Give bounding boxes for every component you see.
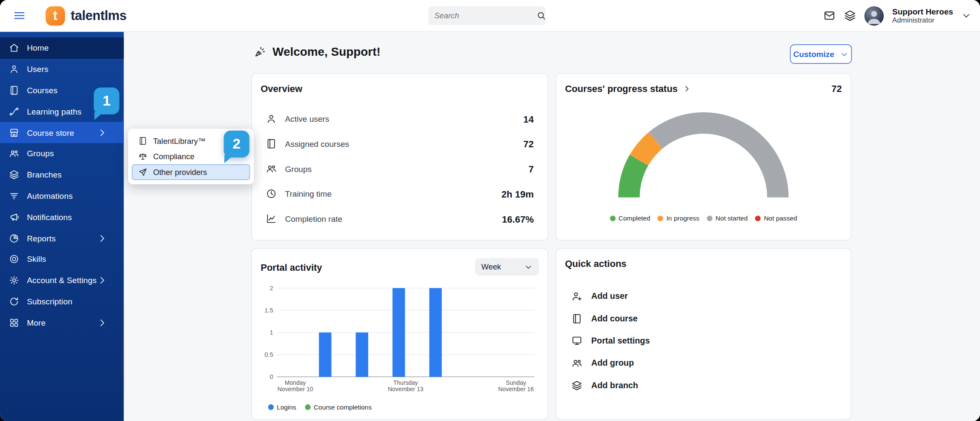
- automation-icon: [9, 191, 20, 201]
- user-icon: [9, 64, 20, 74]
- chevron-down-icon: [840, 50, 849, 59]
- logo-text: talentlms: [71, 8, 126, 23]
- quick-action-label: Add group: [591, 358, 634, 368]
- quick-actions-list: Add userAdd coursePortal settingsAdd gro…: [565, 285, 842, 396]
- progress-details-link[interactable]: [683, 84, 692, 93]
- portal-settings-action[interactable]: Portal settings: [565, 329, 842, 352]
- chevron-down-icon: [524, 263, 533, 271]
- book-icon: [571, 313, 582, 324]
- sidebar-item-label: Notifications: [27, 212, 115, 222]
- svg-text:November 13: November 13: [388, 386, 424, 392]
- add-user-action[interactable]: Add user: [565, 285, 842, 307]
- sidebar-item-label: Course store: [27, 128, 97, 137]
- stat-label: Groups: [285, 164, 312, 173]
- bar-logins-4: [429, 288, 441, 377]
- add-branch-action[interactable]: Add branch: [565, 374, 842, 396]
- period-dropdown[interactable]: Week: [475, 258, 539, 275]
- party-popper-icon: [254, 46, 266, 58]
- submenu-item-label: TalentLibrary™: [153, 137, 206, 146]
- add-group-action[interactable]: Add group: [565, 352, 842, 374]
- sidebar-item-subscription[interactable]: Subscription: [0, 291, 124, 312]
- add-course-action[interactable]: Add course: [565, 307, 842, 329]
- sidebar-item-reports[interactable]: Reports: [0, 228, 124, 249]
- sidebar-item-label: Home: [27, 43, 115, 53]
- quick-action-label: Add branch: [591, 381, 638, 390]
- search-box: [428, 6, 546, 25]
- submenu-item-other-providers[interactable]: Other providers: [132, 164, 250, 180]
- sidebar-item-skills[interactable]: Skills: [0, 249, 124, 270]
- stat-value: 14: [523, 113, 533, 124]
- chevron-down-icon[interactable]: [961, 11, 971, 20]
- inbox-icon[interactable]: [823, 9, 836, 22]
- annotation-step-1: 1: [94, 88, 119, 115]
- grid-icon: [9, 317, 20, 328]
- progress-card-header: Courses' progress status 72: [565, 83, 842, 94]
- sidebar-item-groups[interactable]: Groups: [0, 143, 124, 164]
- legend-label: Not started: [716, 215, 748, 222]
- sidebar-item-users[interactable]: Users: [0, 59, 124, 80]
- chevron-right-icon: [97, 275, 108, 286]
- talentlms-logo[interactable]: t talentlms: [46, 6, 126, 26]
- gauge-wrapper: [565, 105, 842, 200]
- target-icon: [9, 254, 20, 265]
- period-value: Week: [481, 263, 519, 272]
- annotation-step-2: 2: [224, 131, 249, 158]
- overview-stat-training-time: Training time2h 19m: [261, 181, 539, 206]
- quick-action-label: Add user: [591, 292, 628, 301]
- legend-label: Completed: [619, 215, 650, 222]
- legend-item-completed: Completed: [610, 215, 650, 222]
- sidebar-item-label: Reports: [27, 233, 97, 243]
- legend-dot: [610, 215, 615, 221]
- stat-value: 7: [529, 163, 534, 174]
- gear-icon: [9, 275, 20, 286]
- scale-icon: [138, 152, 147, 161]
- stat-value: 16.67%: [502, 213, 534, 224]
- overview-stat-active-users: Active users14: [261, 106, 539, 132]
- sidebar-item-label: Groups: [27, 149, 115, 158]
- send-icon: [138, 167, 147, 177]
- sidebar-item-home[interactable]: Home: [0, 37, 124, 59]
- legend-item-not-passed: Not passed: [755, 215, 797, 222]
- layers-icon: [571, 380, 582, 391]
- sidebar-item-course-store[interactable]: Course store: [0, 122, 124, 143]
- overview-card: Overview Active users14Assigned courses7…: [251, 73, 548, 241]
- search-icon[interactable]: [536, 11, 546, 20]
- user-icon: [266, 113, 277, 124]
- avatar[interactable]: [865, 6, 884, 26]
- portal-activity-card: Portal activity Week 00.511.52MondayNove…: [251, 248, 548, 420]
- user-name: Support Heroes: [892, 6, 953, 16]
- search-input[interactable]: [434, 11, 536, 20]
- svg-text:1.5: 1.5: [264, 307, 273, 314]
- sidebar-item-notifications[interactable]: Notifications: [0, 206, 124, 228]
- legend-label: Not passed: [764, 215, 797, 222]
- sidebar-item-label: Users: [27, 64, 115, 74]
- quick-actions-card: Quick actions Add userAdd coursePortal s…: [556, 248, 851, 420]
- stack-icon[interactable]: [844, 9, 857, 22]
- legend-item-logins: Logins: [268, 403, 296, 411]
- legend-dot: [268, 404, 274, 410]
- sidebar-item-automations[interactable]: Automations: [0, 185, 124, 206]
- stat-value: 72: [523, 138, 533, 149]
- chevron-right-icon: [97, 127, 108, 138]
- customize-label: Customize: [793, 49, 834, 59]
- bar-logins-2: [356, 332, 368, 377]
- stat-label: Training time: [285, 189, 332, 198]
- portal-card-header: Portal activity Week: [261, 258, 539, 275]
- layers-icon: [9, 169, 20, 180]
- svg-text:Monday: Monday: [285, 379, 306, 386]
- monitor-icon: [571, 335, 582, 346]
- stat-label: Assigned courses: [285, 139, 349, 149]
- sidebar-item-account-settings[interactable]: Account & Settings: [0, 270, 124, 291]
- book-icon: [266, 138, 277, 149]
- chart-icon: [266, 213, 277, 224]
- chevron-right-icon: [97, 233, 108, 243]
- bar-logins-3: [393, 288, 405, 377]
- menu-icon[interactable]: [12, 9, 26, 23]
- sidebar-item-label: Subscription: [27, 297, 115, 306]
- sidebar-item-branches[interactable]: Branches: [0, 164, 124, 186]
- user-menu[interactable]: Support Heroes Administrator: [892, 6, 953, 24]
- path-icon: [9, 106, 20, 117]
- sidebar-item-more[interactable]: More: [0, 312, 124, 333]
- book-icon: [138, 136, 147, 146]
- customize-button[interactable]: Customize: [790, 44, 852, 64]
